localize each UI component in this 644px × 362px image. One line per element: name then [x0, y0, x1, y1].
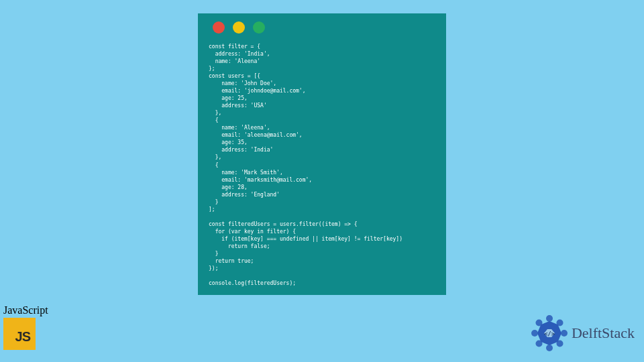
close-icon[interactable] [213, 21, 225, 34]
minimize-icon[interactable] [233, 21, 245, 34]
maximize-icon[interactable] [253, 21, 265, 34]
javascript-badge: JavaScript JS [3, 304, 48, 350]
code-content: const filter = { address: 'India', name:… [209, 43, 435, 287]
code-window: const filter = { address: 'India', name:… [198, 13, 446, 295]
svg-text:</>: </> [544, 330, 555, 337]
window-controls [209, 21, 435, 34]
svg-point-4 [546, 345, 553, 351]
svg-point-6 [531, 330, 538, 337]
delftstack-logo-icon: </> [530, 314, 569, 353]
javascript-label: JavaScript [3, 304, 48, 316]
delftstack-label: DelftStack [572, 324, 635, 342]
svg-point-0 [546, 315, 553, 322]
js-logo-text: JS [15, 329, 30, 345]
svg-point-2 [561, 330, 568, 337]
javascript-logo-icon: JS [3, 318, 36, 350]
delftstack-badge: </> DelftStack [530, 314, 635, 353]
